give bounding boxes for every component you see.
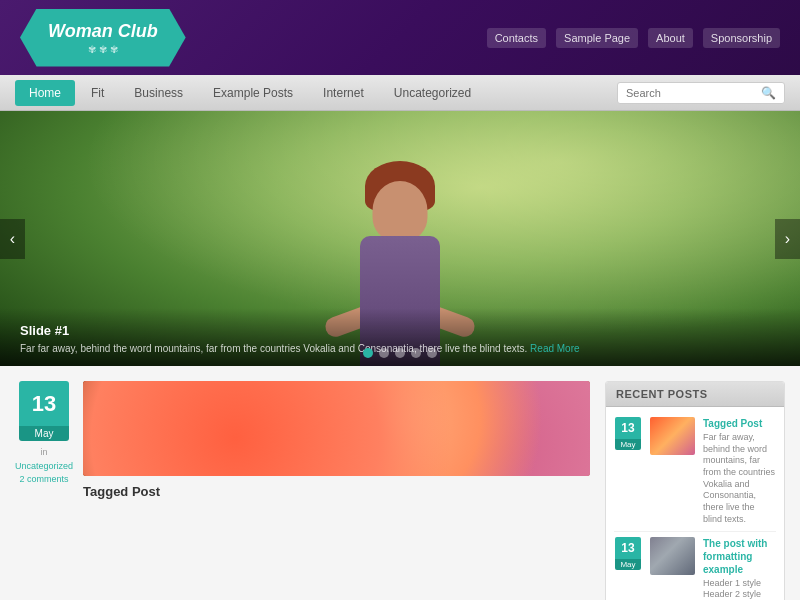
post-meta: in Uncategorized 2 comments <box>15 446 73 487</box>
slider-dot-4[interactable] <box>411 348 421 358</box>
top-nav-contacts[interactable]: Contacts <box>487 28 546 48</box>
slide-read-more[interactable]: Read More <box>530 343 579 354</box>
nav-business[interactable]: Business <box>120 80 197 106</box>
post-date-badge: 13 May in Uncategorized 2 comments <box>15 381 73 585</box>
sidebar: RECENT POSTS 13 May Tagged Post Far far … <box>605 381 785 585</box>
rp-title-2: The post with formatting example <box>703 537 776 576</box>
nav-internet[interactable]: Internet <box>309 80 378 106</box>
recent-post-item: 13 May The post with formatting example … <box>614 532 776 601</box>
post-comments-link[interactable]: 2 comments <box>20 474 69 484</box>
rp-title-1: Tagged Post <box>703 417 776 430</box>
recent-posts-list: 13 May Tagged Post Far far away, behind … <box>606 407 784 600</box>
rp-thumbnail-2 <box>650 537 695 575</box>
rp-excerpt-2: Header 1 style Header 2 style Header 3 s… <box>703 578 776 601</box>
nav-example-posts[interactable]: Example Posts <box>199 80 307 106</box>
nav-home[interactable]: Home <box>15 80 75 106</box>
nav-fit[interactable]: Fit <box>77 80 118 106</box>
rp-excerpt-1: Far far away, behind the word mountains,… <box>703 432 776 526</box>
slider-dot-1[interactable] <box>363 348 373 358</box>
top-nav-sponsorship[interactable]: Sponsorship <box>703 28 780 48</box>
nav-uncategorized[interactable]: Uncategorized <box>380 80 485 106</box>
post-date-month: May <box>19 426 69 441</box>
slider-arrow-left[interactable]: ‹ <box>0 219 25 259</box>
post-title-link[interactable]: Tagged Post <box>83 484 160 499</box>
rp-thumbnail-1 <box>650 417 695 455</box>
post-content: Tagged Post <box>83 381 590 585</box>
slider-dot-3[interactable] <box>395 348 405 358</box>
top-nav-sample[interactable]: Sample Page <box>556 28 638 48</box>
search-box: 🔍 <box>617 82 785 104</box>
rp-date-2: 13 May <box>614 537 642 570</box>
widget-title: RECENT POSTS <box>606 382 784 407</box>
makeup-image <box>83 381 590 476</box>
slide-title: Slide #1 <box>20 323 780 338</box>
site-name: Woman Club <box>48 21 158 42</box>
top-nav-about[interactable]: About <box>648 28 693 48</box>
main-navigation: Home Fit Business Example Posts Internet… <box>15 80 617 106</box>
rp-date-1: 13 May <box>614 417 642 450</box>
post-card: 13 May in Uncategorized 2 comments Tagge… <box>15 381 590 585</box>
top-navigation: Contacts Sample Page About Sponsorship <box>487 28 780 48</box>
slider-dot-5[interactable] <box>427 348 437 358</box>
logo[interactable]: Woman Club ✾ ✾ ✾ <box>20 9 186 67</box>
slider-arrow-right[interactable]: › <box>775 219 800 259</box>
content-area: 13 May in Uncategorized 2 comments Tagge… <box>0 366 800 600</box>
recent-post-item: 13 May Tagged Post Far far away, behind … <box>614 412 776 532</box>
main-nav-bar: Home Fit Business Example Posts Internet… <box>0 75 800 111</box>
post-category-link[interactable]: Uncategorized <box>15 461 73 471</box>
search-input[interactable] <box>626 87 756 99</box>
site-header: Woman Club ✾ ✾ ✾ Contacts Sample Page Ab… <box>0 0 800 75</box>
hero-slider: Slide #1 Far far away, behind the word m… <box>0 111 800 366</box>
main-posts: 13 May in Uncategorized 2 comments Tagge… <box>15 381 590 585</box>
rp-info-1: Tagged Post Far far away, behind the wor… <box>703 417 776 526</box>
post-thumbnail <box>83 381 590 476</box>
post-date-number: 13 <box>19 381 69 426</box>
logo-decoration: ✾ ✾ ✾ <box>88 44 118 55</box>
search-icon[interactable]: 🔍 <box>761 86 776 100</box>
slider-dots <box>363 348 437 358</box>
recent-posts-widget: RECENT POSTS 13 May Tagged Post Far far … <box>605 381 785 600</box>
rp-info-2: The post with formatting example Header … <box>703 537 776 601</box>
slider-dot-2[interactable] <box>379 348 389 358</box>
